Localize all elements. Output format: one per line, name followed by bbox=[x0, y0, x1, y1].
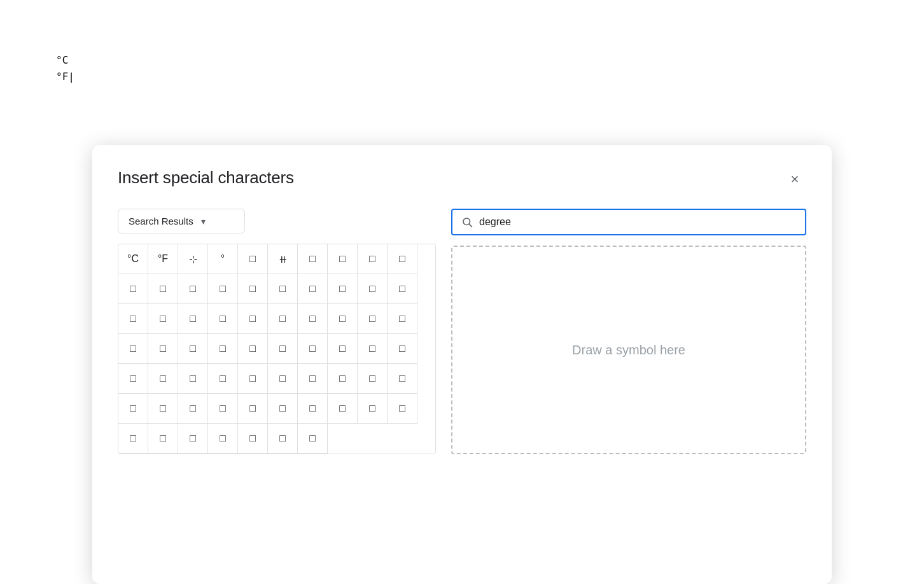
char-cell[interactable]: □ bbox=[328, 244, 358, 274]
char-cell[interactable]: □ bbox=[118, 274, 148, 304]
svg-line-1 bbox=[469, 224, 472, 226]
char-cell[interactable]: □ bbox=[328, 304, 358, 334]
char-cell[interactable]: □ bbox=[238, 334, 268, 364]
char-cell[interactable]: □ bbox=[148, 364, 178, 394]
char-cell[interactable]: □ bbox=[358, 244, 388, 274]
char-cell[interactable]: ⧺ bbox=[268, 244, 298, 274]
char-cell[interactable]: □ bbox=[208, 274, 238, 304]
char-cell[interactable]: □ bbox=[208, 304, 238, 334]
search-box bbox=[451, 209, 806, 235]
char-cell[interactable]: □ bbox=[388, 274, 417, 304]
char-cell[interactable]: □ bbox=[388, 394, 417, 424]
char-cell[interactable]: □ bbox=[148, 424, 178, 454]
char-cell[interactable]: □ bbox=[208, 364, 238, 394]
char-cell[interactable]: □ bbox=[178, 424, 208, 454]
char-cell[interactable]: □ bbox=[358, 304, 388, 334]
right-panel: Draw a symbol here bbox=[451, 209, 806, 454]
char-cell[interactable]: □ bbox=[328, 364, 358, 394]
char-cell[interactable]: °F bbox=[148, 244, 178, 274]
search-icon bbox=[461, 216, 473, 228]
char-cell[interactable]: □ bbox=[298, 364, 328, 394]
char-cell[interactable]: □ bbox=[148, 394, 178, 424]
char-cell[interactable]: □ bbox=[358, 364, 388, 394]
char-cell[interactable]: □ bbox=[268, 424, 298, 454]
dropdown-label: Search Results bbox=[129, 216, 193, 226]
background-text: °C °F| bbox=[56, 52, 74, 85]
char-cell[interactable]: □ bbox=[178, 334, 208, 364]
char-cell[interactable]: □ bbox=[238, 394, 268, 424]
char-cell[interactable]: □ bbox=[358, 394, 388, 424]
char-cell[interactable]: □ bbox=[298, 394, 328, 424]
char-cell[interactable]: □ bbox=[388, 304, 417, 334]
char-cell[interactable]: □ bbox=[298, 334, 328, 364]
chevron-down-icon: ▾ bbox=[201, 216, 206, 226]
char-cell[interactable]: □ bbox=[208, 424, 238, 454]
char-cell[interactable]: □ bbox=[238, 364, 268, 394]
char-cell[interactable]: □ bbox=[238, 424, 268, 454]
char-cell[interactable]: □ bbox=[118, 304, 148, 334]
char-cell[interactable]: □ bbox=[268, 304, 298, 334]
char-cell[interactable]: □ bbox=[118, 424, 148, 454]
modal-header: Insert special characters × bbox=[118, 168, 806, 191]
char-cell[interactable]: □ bbox=[388, 244, 417, 274]
char-cell[interactable]: □ bbox=[298, 424, 328, 454]
char-cell[interactable]: □ bbox=[148, 334, 178, 364]
char-cell[interactable]: □ bbox=[268, 364, 298, 394]
char-cell[interactable]: □ bbox=[358, 274, 388, 304]
char-cell[interactable]: □ bbox=[238, 304, 268, 334]
category-dropdown[interactable]: Search Results ▾ bbox=[118, 209, 245, 233]
char-cell[interactable]: □ bbox=[178, 364, 208, 394]
char-cell[interactable]: □ bbox=[148, 304, 178, 334]
char-cell[interactable]: □ bbox=[118, 334, 148, 364]
char-cell[interactable]: □ bbox=[268, 274, 298, 304]
insert-special-characters-modal: Insert special characters × Search Resul… bbox=[92, 145, 832, 584]
char-cell[interactable]: □ bbox=[298, 304, 328, 334]
char-cell[interactable]: □ bbox=[268, 394, 298, 424]
close-button[interactable]: × bbox=[783, 168, 806, 191]
char-cell[interactable]: □ bbox=[358, 334, 388, 364]
char-cell[interactable]: □ bbox=[178, 304, 208, 334]
char-cell[interactable]: □ bbox=[268, 334, 298, 364]
char-grid: °C°F⊹°□⧺□□□□□□□□□□□□□□□□□□□□□□□□□□□□□□□□… bbox=[118, 244, 417, 454]
left-panel: Search Results ▾ °C°F⊹°□⧺□□□□□□□□□□□□□□□… bbox=[118, 209, 436, 454]
char-grid-wrapper: °C°F⊹°□⧺□□□□□□□□□□□□□□□□□□□□□□□□□□□□□□□□… bbox=[118, 244, 436, 454]
modal-body: Search Results ▾ °C°F⊹°□⧺□□□□□□□□□□□□□□□… bbox=[118, 209, 806, 454]
char-cell[interactable]: □ bbox=[208, 394, 238, 424]
char-cell[interactable]: □ bbox=[118, 364, 148, 394]
bg-line2: °F| bbox=[56, 69, 74, 85]
char-cell[interactable]: □ bbox=[328, 394, 358, 424]
char-cell[interactable]: □ bbox=[328, 334, 358, 364]
char-cell[interactable]: □ bbox=[118, 394, 148, 424]
char-cell[interactable]: □ bbox=[178, 394, 208, 424]
char-cell[interactable]: ⊹ bbox=[178, 244, 208, 274]
char-cell[interactable]: □ bbox=[238, 274, 268, 304]
char-cell[interactable]: □ bbox=[238, 244, 268, 274]
char-cell[interactable]: □ bbox=[148, 274, 178, 304]
char-cell[interactable]: □ bbox=[298, 274, 328, 304]
char-cell[interactable]: □ bbox=[298, 244, 328, 274]
bg-line1: °C bbox=[56, 52, 74, 69]
draw-area[interactable]: Draw a symbol here bbox=[451, 246, 806, 454]
char-cell[interactable]: □ bbox=[178, 274, 208, 304]
char-cell[interactable]: □ bbox=[388, 334, 417, 364]
char-cell[interactable]: □ bbox=[388, 364, 417, 394]
draw-label: Draw a symbol here bbox=[572, 343, 685, 358]
char-cell[interactable]: □ bbox=[328, 274, 358, 304]
search-input[interactable] bbox=[479, 216, 796, 228]
char-cell[interactable]: °C bbox=[118, 244, 148, 274]
char-cell[interactable]: ° bbox=[208, 244, 238, 274]
char-cell[interactable]: □ bbox=[208, 334, 238, 364]
modal-title: Insert special characters bbox=[118, 168, 294, 188]
